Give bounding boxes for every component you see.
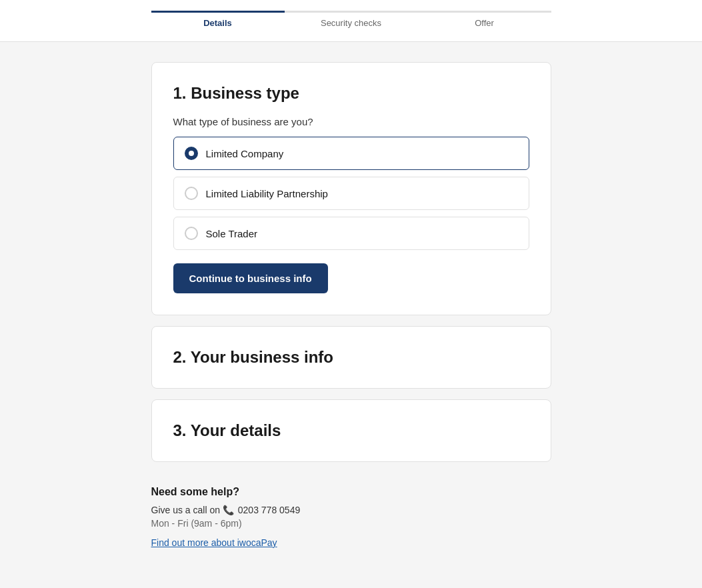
option-llp-label: Limited Liability Partnership	[206, 188, 328, 199]
option-sole-trader[interactable]: Sole Trader	[173, 217, 529, 250]
option-llp[interactable]: Limited Liability Partnership	[173, 177, 529, 210]
step-details-label: Details	[151, 18, 285, 28]
main-content: 1. Business type What type of business a…	[0, 62, 702, 555]
option-limited-company[interactable]: Limited Company	[173, 137, 529, 170]
section-business-info: 2. Your business info	[151, 326, 551, 389]
section-business-type: 1. Business type What type of business a…	[151, 62, 551, 315]
option-sole-trader-label: Sole Trader	[206, 228, 258, 239]
step-offer-label: Offer	[418, 18, 551, 28]
radio-circle-sole-trader	[185, 227, 198, 240]
help-section: Need some help? Give us a call on 📞 0203…	[151, 473, 551, 555]
option-limited-company-label: Limited Company	[206, 148, 284, 159]
help-title: Need some help?	[151, 486, 551, 498]
section-your-details: 3. Your details	[151, 399, 551, 462]
progress-step-details: Details	[151, 11, 285, 28]
radio-circle-limited-company	[185, 147, 198, 160]
help-hours: Mon - Fri (9am - 6pm)	[151, 518, 551, 529]
help-link[interactable]: Find out more about iwocaPay	[151, 537, 277, 548]
section2-title: 2. Your business info	[173, 348, 529, 367]
radio-circle-llp	[185, 187, 198, 200]
section3-title: 3. Your details	[173, 421, 529, 440]
step-security-label: Security checks	[285, 18, 418, 28]
phone-icon: 📞	[223, 505, 234, 515]
help-phone: 0203 778 0549	[238, 505, 300, 515]
help-call: Give us a call on 📞 0203 778 0549	[151, 505, 551, 515]
continue-button[interactable]: Continue to business info	[173, 263, 328, 293]
progress-steps: Details Security checks Offer	[151, 0, 551, 28]
progress-step-security: Security checks	[285, 11, 418, 28]
section1-question: What type of business are you?	[173, 116, 529, 127]
progress-step-offer: Offer	[418, 11, 551, 28]
help-call-prefix: Give us a call on	[151, 505, 223, 515]
content-column: 1. Business type What type of business a…	[151, 62, 551, 555]
section1-title: 1. Business type	[173, 84, 529, 103]
progress-bar-container: Details Security checks Offer	[0, 0, 702, 42]
